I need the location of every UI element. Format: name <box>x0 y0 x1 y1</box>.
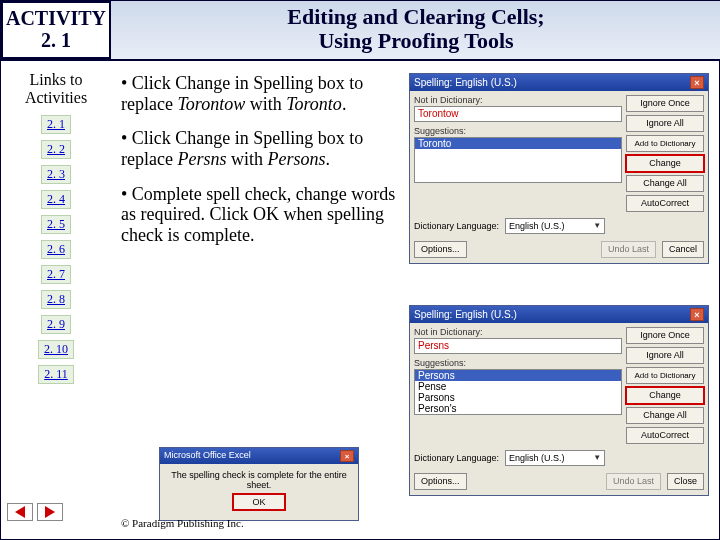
body-text: • Click Change in Spelling box to replac… <box>121 73 401 260</box>
page-title: Editing and Clearing Cells; Using Proofi… <box>111 1 720 59</box>
change-all-button[interactable]: Change All <box>626 175 704 192</box>
sidebar-link[interactable]: 2. 2 <box>41 140 71 159</box>
not-in-dict-label: Not in Dictionary: <box>414 95 622 105</box>
options-button[interactable]: Options... <box>414 473 467 490</box>
dialog-titlebar[interactable]: Microsoft Office Excel × <box>160 448 358 464</box>
sidebar-link[interactable]: 2. 1 <box>41 115 71 134</box>
undo-last-button: Undo Last <box>601 241 656 258</box>
dict-lang-label: Dictionary Language: <box>414 221 499 231</box>
activity-number: 2. 1 <box>3 29 109 51</box>
message-text: The spelling check is complete for the e… <box>168 470 350 490</box>
undo-last-button: Undo Last <box>606 473 661 490</box>
chevron-down-icon: ▼ <box>593 451 601 465</box>
sidebar-link[interactable]: 2. 4 <box>41 190 71 209</box>
arrow-left-icon <box>15 506 25 518</box>
suggestion-item[interactable]: Persons <box>415 370 621 381</box>
change-button[interactable]: Change <box>626 155 704 172</box>
activity-badge: ACTIVITY 2. 1 <box>1 1 111 59</box>
ignore-all-button[interactable]: Ignore All <box>626 347 704 364</box>
suggestions-label: Suggestions: <box>414 126 622 136</box>
sidebar: Links to Activities 2. 1 2. 2 2. 3 2. 4 … <box>1 63 111 387</box>
ignore-all-button[interactable]: Ignore All <box>626 115 704 132</box>
chevron-down-icon: ▼ <box>593 219 601 233</box>
suggestion-item[interactable]: Pense <box>415 381 621 392</box>
next-slide-button[interactable] <box>37 503 63 521</box>
ignore-once-button[interactable]: Ignore Once <box>626 327 704 344</box>
add-dictionary-button[interactable]: Add to Dictionary <box>626 367 704 384</box>
bullet-3: • Complete spell check, change words as … <box>121 184 401 246</box>
close-icon[interactable]: × <box>690 76 704 89</box>
suggestion-item[interactable]: Toronto <box>415 138 621 149</box>
spelling-dialog-1: Spelling: English (U.S.) × Not in Dictio… <box>409 73 709 264</box>
close-icon[interactable]: × <box>690 308 704 321</box>
sidebar-heading: Links to Activities <box>1 71 111 106</box>
dialog-title: Microsoft Office Excel <box>164 450 251 462</box>
options-button[interactable]: Options... <box>414 241 467 258</box>
sidebar-link[interactable]: 2. 7 <box>41 265 71 284</box>
title-line-2: Using Proofing Tools <box>111 29 720 53</box>
autocorrect-button[interactable]: AutoCorrect <box>626 427 704 444</box>
dict-lang-select[interactable]: English (U.S.)▼ <box>505 450 605 466</box>
suggestions-list[interactable]: Persons Pense Parsons Person's <box>414 369 622 415</box>
title-line-1: Editing and Clearing Cells; <box>111 5 720 29</box>
ignore-once-button[interactable]: Ignore Once <box>626 95 704 112</box>
suggestion-item[interactable]: Parsons <box>415 392 621 403</box>
close-icon[interactable]: × <box>340 450 354 462</box>
header: ACTIVITY 2. 1 Editing and Clearing Cells… <box>1 1 720 61</box>
sidebar-link[interactable]: 2. 5 <box>41 215 71 234</box>
sidebar-link[interactable]: 2. 9 <box>41 315 71 334</box>
change-all-button[interactable]: Change All <box>626 407 704 424</box>
excel-message-box: Microsoft Office Excel × The spelling ch… <box>159 447 359 521</box>
sidebar-link[interactable]: 2. 3 <box>41 165 71 184</box>
close-button[interactable]: Close <box>667 473 704 490</box>
change-button[interactable]: Change <box>626 387 704 404</box>
not-in-dict-field[interactable]: Persns <box>414 338 622 354</box>
suggestions-list[interactable]: Toronto <box>414 137 622 183</box>
dialog-title: Spelling: English (U.S.) <box>414 77 517 88</box>
bullet-1: • Click Change in Spelling box to replac… <box>121 73 401 114</box>
copyright: © Paradigm Publishing Inc. <box>121 517 244 529</box>
spelling-dialog-2: Spelling: English (U.S.) × Not in Dictio… <box>409 305 709 496</box>
not-in-dict-label: Not in Dictionary: <box>414 327 622 337</box>
dialog-titlebar[interactable]: Spelling: English (U.S.) × <box>410 306 708 323</box>
ok-button[interactable]: OK <box>233 494 285 510</box>
sidebar-link[interactable]: 2. 11 <box>38 365 74 384</box>
sidebar-link[interactable]: 2. 8 <box>41 290 71 309</box>
sidebar-link[interactable]: 2. 10 <box>38 340 74 359</box>
not-in-dict-field[interactable]: Torontow <box>414 106 622 122</box>
sidebar-link[interactable]: 2. 6 <box>41 240 71 259</box>
dict-lang-label: Dictionary Language: <box>414 453 499 463</box>
arrow-right-icon <box>45 506 55 518</box>
dialog-title: Spelling: English (U.S.) <box>414 309 517 320</box>
slide: ACTIVITY 2. 1 Editing and Clearing Cells… <box>0 0 720 540</box>
activity-label: ACTIVITY <box>3 7 109 29</box>
slide-nav <box>7 503 63 521</box>
dialog-titlebar[interactable]: Spelling: English (U.S.) × <box>410 74 708 91</box>
add-dictionary-button[interactable]: Add to Dictionary <box>626 135 704 152</box>
cancel-button[interactable]: Cancel <box>662 241 704 258</box>
bullet-2: • Click Change in Spelling box to replac… <box>121 128 401 169</box>
autocorrect-button[interactable]: AutoCorrect <box>626 195 704 212</box>
dict-lang-select[interactable]: English (U.S.)▼ <box>505 218 605 234</box>
suggestion-item[interactable]: Person's <box>415 403 621 414</box>
prev-slide-button[interactable] <box>7 503 33 521</box>
suggestions-label: Suggestions: <box>414 358 622 368</box>
